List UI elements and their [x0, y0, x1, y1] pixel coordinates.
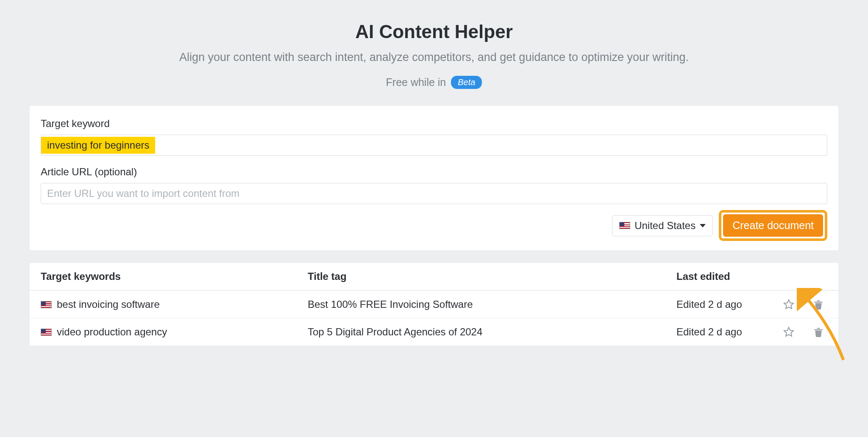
star-icon	[783, 299, 794, 310]
table-row[interactable]: best invoicing software Best 100% FREE I…	[30, 290, 838, 318]
target-keyword-label: Target keyword	[41, 118, 827, 130]
row-last-edited: Edited 2 d ago	[676, 326, 774, 338]
flag-us-icon	[41, 301, 52, 308]
row-keyword: video production agency	[57, 326, 167, 338]
country-select[interactable]: United States	[612, 215, 713, 236]
documents-table: Target keywords Title tag Last edited be…	[30, 263, 838, 346]
page-header: AI Content Helper Align your content wit…	[30, 21, 838, 89]
flag-us-icon	[41, 329, 52, 336]
col-header-keywords: Target keywords	[41, 271, 308, 282]
favorite-button[interactable]	[774, 299, 804, 310]
trash-icon	[813, 299, 824, 310]
svg-marker-0	[784, 300, 793, 309]
free-while-in-text: Free while in	[386, 76, 446, 89]
table-header-row: Target keywords Title tag Last edited	[30, 263, 838, 290]
row-keyword: best invoicing software	[57, 299, 160, 310]
flag-us-icon	[619, 222, 630, 229]
page-subtitle: Align your content with search intent, a…	[30, 51, 838, 64]
row-title-tag: Best 100% FREE Invoicing Software	[308, 299, 676, 310]
page-title: AI Content Helper	[30, 21, 838, 42]
country-label: United States	[634, 220, 696, 232]
col-header-title-tag: Title tag	[308, 271, 676, 282]
favorite-button[interactable]	[774, 326, 804, 337]
chevron-down-icon	[700, 224, 706, 227]
svg-marker-1	[784, 327, 793, 336]
create-document-button[interactable]: Create document	[723, 214, 823, 237]
article-url-label: Article URL (optional)	[41, 166, 827, 178]
col-header-last-edited: Last edited	[676, 271, 774, 282]
row-title-tag: Top 5 Digital Product Agencies of 2024	[308, 326, 676, 338]
row-last-edited: Edited 2 d ago	[676, 299, 774, 310]
delete-button[interactable]	[804, 299, 833, 310]
table-row[interactable]: video production agency Top 5 Digital Pr…	[30, 318, 838, 346]
target-keyword-value: investing for beginners	[41, 137, 155, 154]
article-url-input[interactable]	[41, 184, 827, 203]
star-icon	[783, 326, 794, 337]
delete-button[interactable]	[804, 326, 833, 337]
beta-badge: Beta	[451, 76, 482, 89]
target-keyword-input[interactable]: investing for beginners	[41, 135, 827, 156]
trash-icon	[813, 326, 824, 337]
create-document-card: Target keyword investing for beginners A…	[30, 106, 838, 250]
create-button-callout: Create document	[719, 210, 827, 241]
beta-row: Free while in Beta	[30, 76, 838, 89]
